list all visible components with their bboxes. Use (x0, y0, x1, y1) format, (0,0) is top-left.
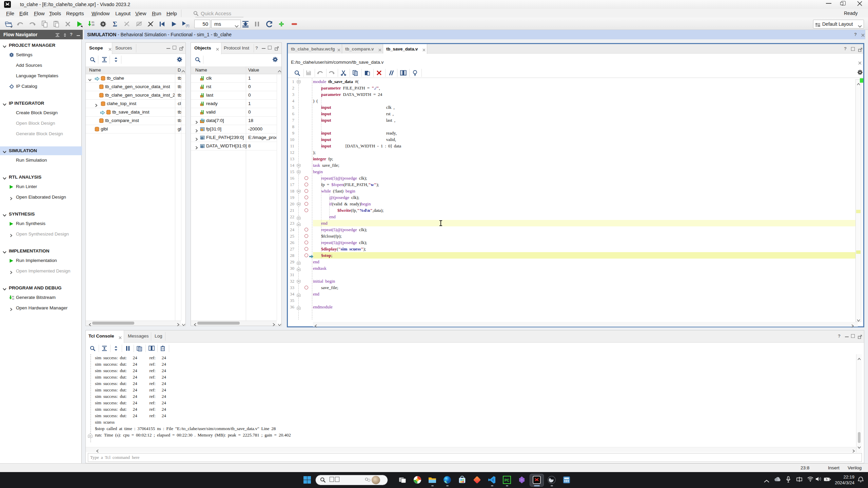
svg-text:10: 10 (12, 298, 14, 300)
svg-text:10: 10 (92, 24, 94, 26)
svg-text:PC: PC (505, 479, 509, 482)
svg-text:01: 01 (12, 296, 14, 298)
svg-text:(T): (T) (186, 24, 189, 27)
svg-text:01: 01 (92, 21, 94, 24)
svg-text:Σ: Σ (113, 21, 117, 27)
svg-text:c: c (201, 145, 203, 148)
svg-text:c: c (201, 137, 203, 139)
